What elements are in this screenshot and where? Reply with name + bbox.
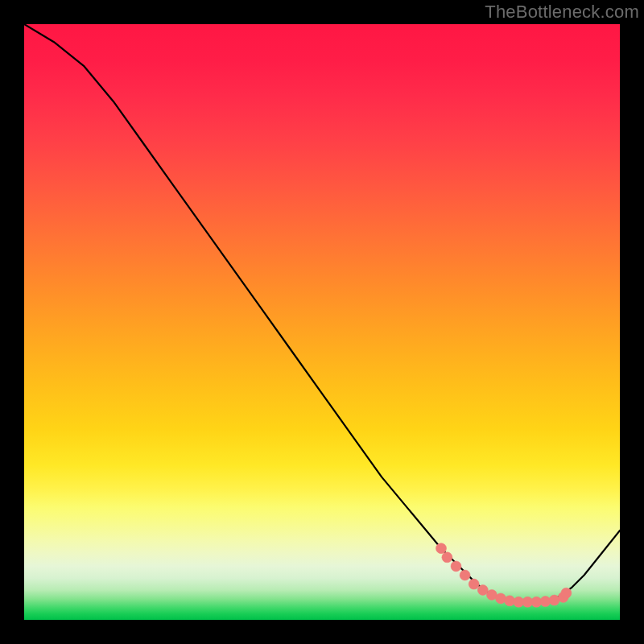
dot [469,579,479,589]
dot [451,561,461,572]
dot [561,588,572,598]
dot [442,552,452,563]
highlight-dots [436,543,572,608]
dot [436,543,447,554]
chart-frame: TheBottleneck.com [0,0,644,644]
dot [460,570,470,580]
plot-svg [24,24,620,620]
bottleneck-curve [24,24,620,602]
watermark-text: TheBottleneck.com [485,2,639,23]
dot [496,593,506,604]
plot-area [24,24,620,620]
